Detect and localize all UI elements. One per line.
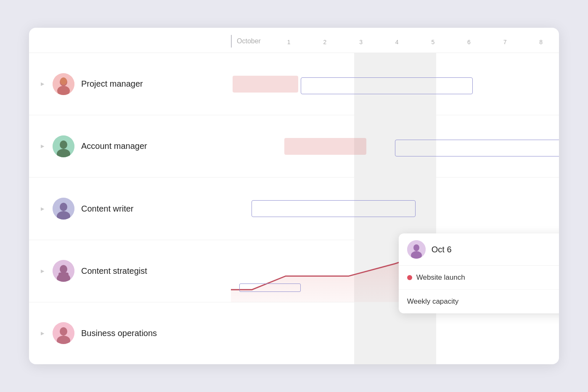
tooltip-row-left-website: Website launch (407, 273, 465, 282)
labels-col: ▶ Project manager ▶ (29, 53, 231, 364)
tooltip-header-left: Oct 6 (407, 240, 452, 259)
header-divider (231, 35, 232, 48)
svg-point-5 (60, 140, 67, 149)
bar-filled-am (284, 138, 366, 155)
tooltip-row-left-capacity: Weekly capacity (407, 297, 459, 306)
date-col-4: 4 (379, 39, 415, 45)
row-name-cw: Content writer (81, 204, 134, 214)
avatar-am (53, 135, 74, 157)
svg-point-3 (60, 77, 67, 85)
dot-red-website (407, 275, 412, 280)
chart-area: Oct 6 # # Estimated time Website launch … (231, 53, 559, 364)
expand-arrow-cs[interactable]: ▶ (39, 268, 46, 274)
label-row-cs: ▶ Content strategist (29, 240, 231, 302)
expand-arrow-pm[interactable]: ▶ (39, 81, 46, 87)
expand-arrow-am[interactable]: ▶ (39, 143, 46, 149)
tooltip-avatar (407, 240, 426, 259)
date-col-6: 6 (451, 39, 487, 45)
gantt-rows (231, 53, 559, 364)
chart-row-am (231, 115, 559, 177)
avatar-bo (53, 322, 74, 344)
tooltip-label-capacity: Weekly capacity (407, 297, 459, 306)
tooltip-row-website: Website launch 30h 20m (399, 266, 559, 290)
row-name-bo: Business operations (81, 328, 157, 338)
svg-rect-13 (58, 273, 69, 276)
tooltip-date: Oct 6 (432, 245, 452, 254)
avatar-cs (53, 260, 74, 282)
tooltip-header: Oct 6 # # Estimated time (399, 233, 559, 266)
date-col-1: 1 (271, 39, 307, 45)
bar-outline-pm (301, 77, 473, 94)
chart-row-pm (231, 53, 559, 115)
tooltip-popup: Oct 6 # # Estimated time Website launch … (399, 233, 559, 313)
bar-outline-am (395, 140, 559, 156)
chart-row-cw (231, 177, 559, 240)
label-row-am: ▶ Account manager (29, 115, 231, 177)
label-row-cw: ▶ Content writer (29, 177, 231, 240)
dates-area: October 1 2 3 4 5 6 7 8 (231, 35, 559, 49)
tooltip-row-capacity: Weekly capacity 40h 00m (399, 290, 559, 313)
avatar-pm (53, 73, 74, 95)
gantt-header: October 1 2 3 4 5 6 7 8 (29, 28, 559, 53)
svg-point-11 (60, 265, 67, 273)
expand-arrow-cw[interactable]: ▶ (39, 206, 46, 212)
date-col-3: 3 (343, 39, 379, 45)
tooltip-label-website: Website launch (416, 273, 465, 282)
row-name-cs: Content strategist (81, 266, 147, 276)
gantt-body: ▶ Project manager ▶ (29, 53, 559, 364)
date-col-5: 5 (415, 39, 451, 45)
row-name-pm: Project manager (81, 79, 143, 89)
label-row-pm: ▶ Project manager (29, 53, 231, 115)
svg-point-15 (60, 327, 67, 336)
month-label: October (237, 37, 261, 45)
expand-arrow-bo[interactable]: ▶ (39, 331, 46, 336)
svg-point-19 (413, 244, 419, 251)
bar-filled-pm (233, 76, 298, 93)
svg-point-8 (60, 203, 67, 211)
row-name-am: Account manager (81, 141, 147, 151)
label-row-bo: ▶ Business operations (29, 302, 231, 364)
date-col-2: 2 (307, 39, 343, 45)
avatar-cw (53, 198, 74, 220)
bar-outline-cw (252, 200, 416, 217)
date-col-8: 8 (523, 39, 559, 45)
gantt-card: October 1 2 3 4 5 6 7 8 ▶ (29, 28, 559, 364)
date-col-7: 7 (487, 39, 523, 45)
